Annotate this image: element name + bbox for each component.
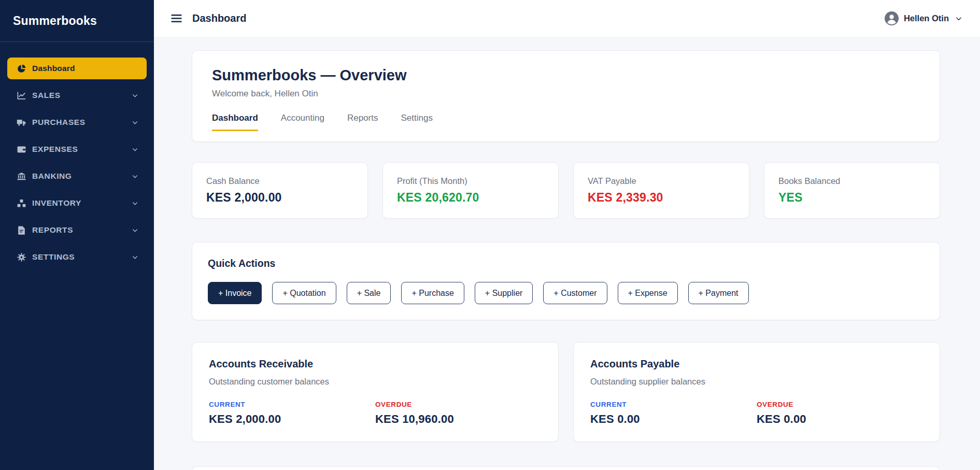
account-card-subtitle: Outstanding customer balances — [209, 377, 542, 387]
quick-actions-buttons: + Invoice + Quotation + Sale + Purchase … — [208, 282, 924, 304]
stat-card-books-balanced: Books Balanced YES — [764, 162, 940, 219]
add-payment-button[interactable]: + Payment — [688, 282, 749, 304]
line-chart-icon — [17, 91, 26, 101]
sidebar-item-label: PURCHASES — [32, 118, 126, 127]
stat-card-profit: Profit (This Month) KES 20,620.70 — [382, 162, 559, 219]
account-card-subtitle: Outstanding supplier balances — [590, 377, 923, 387]
topbar: Dashboard Hellen Otin — [154, 0, 980, 37]
wallet-icon — [17, 145, 26, 154]
chevron-down-icon — [132, 227, 138, 234]
sidebar-item-sales[interactable]: SALES — [7, 84, 147, 106]
account-card-title: Accounts Receivable — [209, 358, 542, 370]
accounts-receivable-card: Accounts Receivable Outstanding customer… — [192, 342, 559, 442]
add-invoice-button[interactable]: + Invoice — [208, 282, 262, 304]
chevron-down-icon — [132, 254, 138, 261]
accounts-row: Accounts Receivable Outstanding customer… — [192, 342, 940, 442]
overview-tabs: Dashboard Accounting Reports Settings — [212, 113, 920, 131]
document-icon — [17, 225, 26, 235]
current-value: KES 0.00 — [590, 412, 757, 426]
add-purchase-button[interactable]: + Purchase — [401, 282, 464, 304]
chevron-down-icon — [132, 200, 138, 207]
stat-label: Cash Balance — [206, 176, 353, 186]
current-column: CURRENT KES 0.00 — [590, 401, 757, 426]
overview-card: Summerbooks — Overview Welcome back, Hel… — [192, 50, 940, 142]
add-expense-button[interactable]: + Expense — [618, 282, 678, 304]
truck-icon — [17, 118, 26, 127]
sidebar-divider — [0, 41, 154, 42]
stat-value: KES 20,620.70 — [397, 191, 544, 205]
stat-card-cash-balance: Cash Balance KES 2,000.00 — [192, 162, 368, 219]
sidebar-item-label: Dashboard — [32, 64, 138, 73]
sidebar-item-label: SETTINGS — [32, 252, 126, 262]
pie-chart-icon — [17, 64, 26, 74]
user-name: Hellen Otin — [904, 13, 949, 23]
sidebar-item-purchases[interactable]: PURCHASES — [7, 111, 147, 133]
sidebar-item-expenses[interactable]: EXPENSES — [7, 138, 147, 160]
sidebar-nav: Dashboard SALES PURCHASES EXPENSES — [0, 58, 154, 273]
boxes-icon — [17, 198, 26, 208]
add-customer-button[interactable]: + Customer — [543, 282, 607, 304]
overview-title: Summerbooks — Overview — [212, 67, 920, 84]
hamburger-menu-icon[interactable] — [170, 12, 183, 25]
overdue-label: OVERDUE — [757, 401, 923, 408]
chevron-down-icon — [132, 173, 138, 180]
sidebar-item-label: BANKING — [32, 172, 126, 181]
chevron-down-icon — [132, 92, 138, 99]
stat-label: VAT Payable — [588, 176, 735, 186]
content-column: Dashboard Hellen Otin Summerbooks — Over… — [154, 0, 980, 470]
sidebar-item-banking[interactable]: BANKING — [7, 165, 147, 187]
partial-card-top — [192, 466, 940, 470]
main-content: Summerbooks — Overview Welcome back, Hel… — [154, 37, 980, 470]
overdue-label: OVERDUE — [375, 401, 542, 408]
gear-icon — [17, 252, 26, 262]
tab-accounting[interactable]: Accounting — [281, 113, 324, 131]
sidebar-item-settings[interactable]: SETTINGS — [7, 246, 147, 268]
stat-label: Books Balanced — [778, 176, 926, 186]
sidebar-item-label: INVENTORY — [32, 198, 126, 208]
sidebar-item-label: EXPENSES — [32, 145, 126, 154]
accounts-payable-card: Accounts Payable Outstanding supplier ba… — [573, 342, 940, 442]
stats-row: Cash Balance KES 2,000.00 Profit (This M… — [192, 162, 940, 219]
account-card-title: Accounts Payable — [590, 358, 923, 370]
overdue-value: KES 0.00 — [757, 412, 923, 426]
overdue-column: OVERDUE KES 0.00 — [757, 401, 923, 426]
tab-dashboard[interactable]: Dashboard — [212, 113, 258, 131]
stat-value: YES — [778, 191, 926, 205]
app-logo: Summerbooks — [0, 0, 154, 28]
chevron-down-icon — [955, 15, 962, 22]
chevron-down-icon — [132, 146, 138, 153]
stat-card-vat-payable: VAT Payable KES 2,339.30 — [573, 162, 749, 219]
stat-label: Profit (This Month) — [397, 176, 544, 186]
user-menu[interactable]: Hellen Otin — [885, 11, 962, 25]
current-label: CURRENT — [590, 401, 757, 408]
add-quotation-button[interactable]: + Quotation — [272, 282, 336, 304]
stat-value: KES 2,000.00 — [206, 191, 353, 205]
add-supplier-button[interactable]: + Supplier — [475, 282, 533, 304]
user-avatar-icon — [885, 11, 899, 25]
sidebar-item-label: REPORTS — [32, 225, 126, 235]
tab-settings[interactable]: Settings — [401, 113, 432, 131]
quick-actions-title: Quick Actions — [208, 258, 924, 269]
overdue-value: KES 10,960.00 — [375, 412, 542, 426]
sidebar-item-label: SALES — [32, 91, 126, 100]
welcome-message: Welcome back, Hellen Otin — [212, 89, 920, 99]
current-column: CURRENT KES 2,000.00 — [209, 401, 375, 426]
bank-icon — [17, 172, 26, 181]
current-label: CURRENT — [209, 401, 375, 408]
sidebar-item-inventory[interactable]: INVENTORY — [7, 192, 147, 214]
stat-value: KES 2,339.30 — [588, 191, 735, 205]
sidebar: Summerbooks Dashboard SALES PURCHASES — [0, 0, 154, 470]
overdue-column: OVERDUE KES 10,960.00 — [375, 401, 542, 426]
quick-actions-card: Quick Actions + Invoice + Quotation + Sa… — [192, 242, 940, 320]
sidebar-item-reports[interactable]: REPORTS — [7, 219, 147, 241]
tab-reports[interactable]: Reports — [347, 113, 378, 131]
chevron-down-icon — [132, 119, 138, 126]
current-value: KES 2,000.00 — [209, 412, 375, 426]
page-title: Dashboard — [192, 12, 246, 24]
sidebar-item-dashboard[interactable]: Dashboard — [7, 58, 147, 79]
add-sale-button[interactable]: + Sale — [347, 282, 391, 304]
